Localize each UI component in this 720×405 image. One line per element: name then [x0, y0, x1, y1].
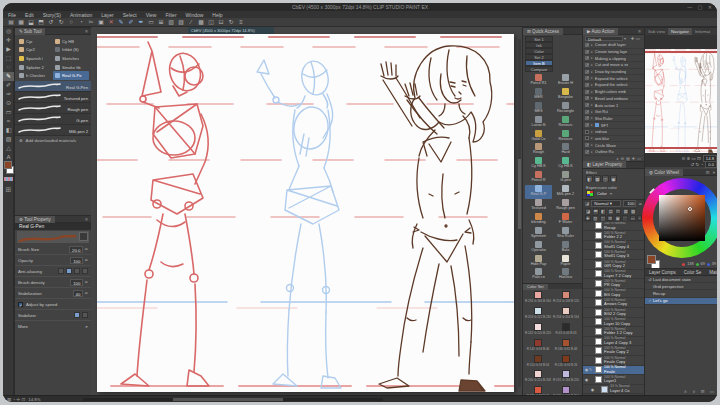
- tool-icon[interactable]: ✛: [3, 36, 14, 45]
- auto-action-checkbox[interactable]: ✓: [585, 116, 589, 120]
- quick-access-tool[interactable]: blending: [525, 213, 552, 227]
- layer-row[interactable]: ◉ ✎ 100 % Normal GIR Copy 2: [583, 260, 644, 270]
- subtool-chip[interactable]: Smoke fib: [53, 63, 89, 72]
- wheel-foreground-swatch[interactable]: [647, 255, 656, 264]
- auto-action-item[interactable]: ▸ anti blur: [583, 136, 644, 143]
- auto-action-checkbox[interactable]: ✓: [585, 150, 589, 154]
- layer-row[interactable]: ◉ ✎ 100 % Normal Layer 7 2 Copy: [583, 270, 644, 280]
- auto-action-item[interactable]: ✓ ▸ Get Rul: [583, 109, 644, 116]
- subtool-chip[interactable]: Spanish f: [17, 54, 53, 63]
- tool-icon[interactable]: ⬚: [3, 54, 14, 63]
- subtool-chip[interactable]: Splatter 2: [17, 63, 53, 72]
- layer-row[interactable]: ◉ ✎ 100 % Normal Folder 2 2: [583, 231, 644, 241]
- color-swatch[interactable]: [534, 386, 542, 394]
- color-swatch[interactable]: [562, 386, 570, 394]
- right-panel-tab[interactable]: Navigator: [668, 28, 692, 35]
- color-swatch[interactable]: [534, 323, 542, 331]
- command-icon[interactable]: ▦: [17, 18, 25, 26]
- saturation-value-square[interactable]: [659, 195, 705, 241]
- auto-action-item[interactable]: ✓ ▸ Cut and move a se: [583, 62, 644, 69]
- quick-access-tool[interactable]: Textured: [525, 199, 552, 213]
- stabilizer-off-button[interactable]: [82, 312, 88, 318]
- auto-action-item[interactable]: ✓ ▸ Expand the selecti: [583, 75, 644, 82]
- command-icon[interactable]: ⬓: [27, 18, 35, 26]
- layer-command-icon[interactable]: ⊞: [607, 215, 613, 221]
- expand-caret-icon[interactable]: ▸: [591, 150, 593, 154]
- effect-icon[interactable]: ▣: [610, 175, 617, 182]
- tool-icon[interactable]: ◎: [3, 27, 14, 36]
- tool-icon[interactable]: ≈: [3, 117, 14, 126]
- brush-density-row[interactable]: Brush density 100◂▸: [15, 277, 91, 288]
- subtool-stroke-row[interactable]: Real G-Pen: [15, 81, 91, 92]
- command-icon[interactable]: ◫: [207, 18, 215, 26]
- quick-access-tool[interactable]: Rough pen: [552, 199, 579, 213]
- aa-none-button[interactable]: [58, 268, 64, 274]
- layer-comp-item[interactable]: Grid perspective: [645, 283, 717, 290]
- list-icon[interactable]: ▦: [626, 156, 630, 161]
- subtool-stroke-row[interactable]: Milk pen 2: [15, 125, 91, 136]
- quick-access-tab[interactable]: ⊞ Quick Access: [523, 28, 563, 35]
- expand-caret-icon[interactable]: ▸: [591, 70, 593, 74]
- layer-row[interactable]: ◉ ✎ 100 % Normal Layer 4 Copy 3: [583, 337, 644, 347]
- expression-color-chip[interactable]: [586, 190, 594, 197]
- layer-command-icon[interactable]: ▭: [630, 215, 636, 221]
- tool-icon[interactable]: ✐: [3, 81, 14, 90]
- quick-access-tool[interactable]: Hide Pap: [525, 255, 552, 269]
- menu-item[interactable]: Window: [186, 12, 204, 18]
- expand-caret-icon[interactable]: ▸: [591, 76, 593, 80]
- navigator-rotate-icons[interactable]: ↺ ↻ ◔: [690, 162, 703, 167]
- layer-comps-footer-icons[interactable]: ∧ ∨ ⊞ ▭: [684, 389, 716, 394]
- layer-comps-tab[interactable]: Materi: [705, 269, 717, 276]
- auto-action-checkbox[interactable]: ✓: [585, 43, 589, 47]
- layer-comp-item[interactable]: ↺ Last document state: [645, 276, 717, 283]
- stabilizer-row[interactable]: Stabilizer: [15, 310, 91, 321]
- quick-access-tool[interactable]: Gold Co: [525, 130, 552, 144]
- foreground-color-swatch[interactable]: [4, 161, 12, 169]
- tool-icon[interactable]: ▶: [3, 45, 14, 54]
- window-controls[interactable]: — ▢ ✕: [687, 3, 714, 11]
- subtool-panel-tab[interactable]: ✎ Sub Tool: [15, 28, 45, 35]
- command-icon[interactable]: ▩: [197, 18, 205, 26]
- auto-action-checkbox[interactable]: ✓: [585, 123, 589, 127]
- status-icons[interactable]: ▦ ◔ ✛ ⊡: [7, 397, 25, 402]
- menu-item[interactable]: Story(S): [43, 12, 61, 18]
- command-icon[interactable]: ▨: [177, 18, 185, 26]
- command-icon[interactable]: ↻: [227, 18, 235, 26]
- quick-access-tool[interactable]: Symmetr: [525, 227, 552, 241]
- menu-item[interactable]: Help: [212, 12, 222, 18]
- layer-opacity-field[interactable]: 100: [623, 200, 637, 207]
- trash-icon[interactable]: ▭: [637, 156, 641, 161]
- canvas-vscrollbar[interactable]: [518, 39, 521, 387]
- command-icon[interactable]: ≡: [237, 18, 245, 26]
- quick-access-tool[interactable]: Hard: [552, 143, 579, 157]
- auto-action-item[interactable]: ✓ ▸ Create draft layer: [583, 42, 644, 49]
- expand-caret-icon[interactable]: ▸: [591, 50, 593, 54]
- command-icon[interactable]: ⊞: [157, 18, 165, 26]
- subtool-chip[interactable]: h Checker: [17, 71, 53, 80]
- workspace-grid-icon[interactable]: ⊞: [4, 185, 13, 194]
- plus-icon[interactable]: ✚: [632, 156, 635, 161]
- tool-icon[interactable]: ▭: [3, 108, 14, 117]
- quick-access-tool[interactable]: Cy HB K: [552, 157, 579, 171]
- tool-icon[interactable]: ◌: [3, 63, 14, 72]
- expand-caret-icon[interactable]: ▸: [591, 116, 593, 120]
- quick-access-tool[interactable]: Cy HB K: [525, 157, 552, 171]
- color-swatch[interactable]: [562, 339, 570, 347]
- color-swatch-item[interactable]: R:234 G:204 B:194: [552, 306, 580, 322]
- quick-access-tool[interactable]: Sho Ruler: [552, 227, 579, 241]
- layer-row[interactable]: ◉ ✎ 100 % Normal BG2 2 Copy: [583, 308, 644, 318]
- auto-action-checkbox[interactable]: ✓: [585, 70, 589, 74]
- quick-access-tool[interactable]: Resourc: [552, 116, 579, 130]
- menu-item[interactable]: Layer: [101, 12, 114, 18]
- subtool-stroke-row[interactable]: G-pen: [15, 114, 91, 125]
- layer-lock-icon[interactable]: ▤: [608, 208, 614, 214]
- brush-size-row[interactable]: Brush Size 20.0◂▸: [15, 244, 91, 255]
- color-wheel[interactable]: [642, 178, 717, 258]
- command-icon[interactable]: ↺: [47, 18, 55, 26]
- layer-command-icon[interactable]: ⬚: [622, 215, 628, 221]
- tool-icon[interactable]: ✎: [3, 72, 14, 81]
- menu-item[interactable]: Select: [123, 12, 137, 18]
- auto-action-checkbox[interactable]: ✓: [585, 143, 589, 147]
- auto-action-checkbox[interactable]: ✓: [585, 90, 589, 94]
- layer-row[interactable]: ◉ ✎ 100 % Normal Layer 10 Copy: [583, 318, 644, 328]
